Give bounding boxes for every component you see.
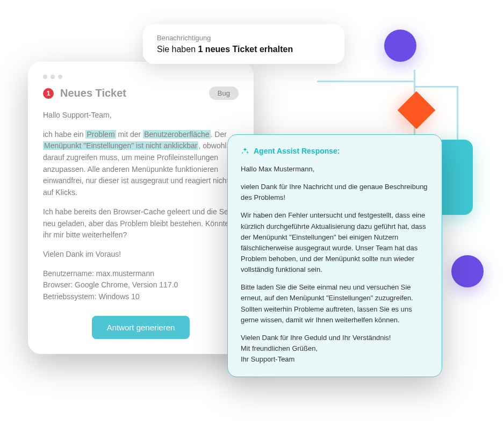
- flowchart-connector: [415, 86, 458, 88]
- ticket-highlight: Benutzeroberfläche: [143, 130, 210, 139]
- assist-paragraph: Bitte laden Sie die Seite einmal neu und…: [241, 282, 429, 326]
- assist-greeting: Hallo Max Mustermann,: [241, 164, 429, 175]
- window-dot: [58, 75, 62, 79]
- ticket-metadata: Benutzername: max.mustermann Browser: Go…: [43, 268, 239, 303]
- generate-response-button[interactable]: Antwort generieren: [92, 316, 190, 339]
- agent-assist-title: Agent Assist Response:: [254, 147, 340, 155]
- window-dot: [43, 75, 47, 79]
- sparkle-icon: [241, 147, 249, 155]
- ticket-title-row: 1 Neues Ticket: [43, 87, 126, 99]
- window-controls: [43, 75, 239, 79]
- ticket-tag: Bug: [209, 86, 239, 100]
- agent-assist-header: Agent Assist Response:: [241, 147, 429, 155]
- ticket-highlight: Menüpunkt "Einstellungen" ist nicht ankl…: [43, 141, 198, 150]
- assist-paragraph: Wir haben den Fehler untersucht und fest…: [241, 210, 429, 275]
- agent-assist-card: Agent Assist Response: Hallo Max Musterm…: [227, 134, 442, 377]
- flowchart-connector: [317, 81, 414, 82]
- flowchart-connector: [457, 86, 458, 145]
- assist-closing: Vielen Dank für Ihre Geduld und Ihr Vers…: [241, 333, 429, 365]
- flowchart-node-circle: [384, 30, 416, 62]
- assist-paragraph: vielen Dank für Ihre Nachricht und die g…: [241, 182, 429, 203]
- ticket-highlight: Problem: [85, 130, 116, 139]
- notification-card: Benachrichtigung Sie haben 1 neues Ticke…: [143, 24, 344, 64]
- ticket-paragraph: ich habe ein Problem mit der Benutzerobe…: [43, 129, 239, 199]
- flowchart-node-circle: [451, 255, 484, 287]
- agent-assist-body: Hallo Max Mustermann, vielen Dank für Ih…: [241, 164, 429, 365]
- ticket-paragraph: Vielen Dank im Voraus!: [43, 249, 239, 261]
- notification-label: Benachrichtigung: [157, 34, 330, 42]
- window-dot: [51, 75, 55, 79]
- notification-text: Sie haben 1 neues Ticket erhalten: [157, 45, 330, 54]
- ticket-paragraph: Ich habe bereits den Browser-Cache gelee…: [43, 206, 239, 241]
- ticket-body: Hallo Support-Team, ich habe ein Problem…: [43, 110, 239, 303]
- flowchart-node-diamond: [398, 91, 436, 129]
- ticket-header: 1 Neues Ticket Bug: [43, 86, 239, 100]
- ticket-greeting: Hallo Support-Team,: [43, 110, 239, 121]
- ticket-card: 1 Neues Ticket Bug Hallo Support-Team, i…: [28, 62, 254, 354]
- ticket-count-badge: 1: [43, 88, 54, 99]
- ticket-title: Neues Ticket: [60, 87, 126, 99]
